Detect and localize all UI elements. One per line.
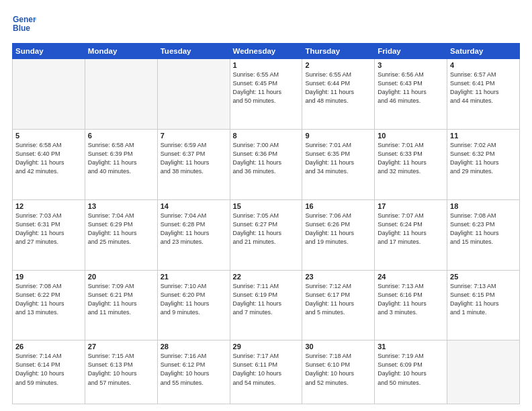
day-info: Sunrise: 6:55 AM Sunset: 6:45 PM Dayligh… bbox=[233, 71, 300, 105]
day-info: Sunrise: 7:02 AM Sunset: 6:32 PM Dayligh… bbox=[450, 141, 517, 176]
day-number: 12 bbox=[15, 202, 82, 210]
calendar-cell: 9Sunrise: 7:01 AM Sunset: 6:35 PM Daylig… bbox=[302, 129, 375, 199]
calendar-cell: 27Sunrise: 7:15 AM Sunset: 6:13 PM Dayli… bbox=[85, 340, 157, 404]
day-info: Sunrise: 6:55 AM Sunset: 6:44 PM Dayligh… bbox=[305, 71, 371, 105]
weekday-header: Saturday bbox=[447, 44, 520, 59]
day-info: Sunrise: 7:07 AM Sunset: 6:24 PM Dayligh… bbox=[378, 212, 444, 246]
calendar-cell: 6Sunrise: 6:58 AM Sunset: 6:39 PM Daylig… bbox=[85, 129, 157, 199]
day-info: Sunrise: 7:13 AM Sunset: 6:16 PM Dayligh… bbox=[378, 282, 444, 317]
day-info: Sunrise: 7:08 AM Sunset: 6:22 PM Dayligh… bbox=[15, 282, 82, 317]
day-number: 3 bbox=[378, 61, 444, 69]
day-info: Sunrise: 7:13 AM Sunset: 6:15 PM Dayligh… bbox=[450, 282, 517, 317]
calendar-cell: 20Sunrise: 7:09 AM Sunset: 6:21 PM Dayli… bbox=[85, 270, 157, 340]
day-info: Sunrise: 7:16 AM Sunset: 6:12 PM Dayligh… bbox=[161, 352, 227, 387]
weekday-header: Sunday bbox=[13, 44, 85, 59]
calendar-cell: 21Sunrise: 7:10 AM Sunset: 6:20 PM Dayli… bbox=[157, 270, 230, 340]
logo: General Blue bbox=[12, 12, 36, 36]
calendar-cell: 2Sunrise: 6:55 AM Sunset: 6:44 PM Daylig… bbox=[302, 59, 375, 130]
day-info: Sunrise: 6:57 AM Sunset: 6:41 PM Dayligh… bbox=[450, 71, 517, 105]
calendar-cell: 29Sunrise: 7:17 AM Sunset: 6:11 PM Dayli… bbox=[230, 340, 302, 404]
day-info: Sunrise: 7:05 AM Sunset: 6:27 PM Dayligh… bbox=[233, 212, 300, 246]
day-info: Sunrise: 7:01 AM Sunset: 6:35 PM Dayligh… bbox=[305, 141, 371, 176]
calendar-cell: 15Sunrise: 7:05 AM Sunset: 6:27 PM Dayli… bbox=[230, 199, 302, 270]
calendar-cell: 16Sunrise: 7:06 AM Sunset: 6:26 PM Dayli… bbox=[302, 199, 375, 270]
day-number: 9 bbox=[305, 132, 371, 140]
day-number: 8 bbox=[233, 132, 300, 140]
svg-text:General: General bbox=[13, 15, 36, 24]
weekday-header: Tuesday bbox=[157, 44, 230, 59]
day-info: Sunrise: 6:58 AM Sunset: 6:40 PM Dayligh… bbox=[15, 141, 82, 176]
weekday-header: Thursday bbox=[302, 44, 375, 59]
calendar-cell: 22Sunrise: 7:11 AM Sunset: 6:19 PM Dayli… bbox=[230, 270, 302, 340]
day-number: 30 bbox=[305, 342, 371, 351]
calendar-cell: 5Sunrise: 6:58 AM Sunset: 6:40 PM Daylig… bbox=[13, 129, 85, 199]
calendar-cell: 10Sunrise: 7:01 AM Sunset: 6:33 PM Dayli… bbox=[375, 129, 447, 199]
calendar-cell: 4Sunrise: 6:57 AM Sunset: 6:41 PM Daylig… bbox=[447, 59, 520, 130]
day-number: 21 bbox=[161, 273, 227, 281]
day-number: 17 bbox=[378, 202, 444, 210]
day-number: 1 bbox=[233, 61, 300, 69]
calendar-cell: 28Sunrise: 7:16 AM Sunset: 6:12 PM Dayli… bbox=[157, 340, 230, 404]
day-number: 25 bbox=[450, 273, 517, 281]
day-info: Sunrise: 7:00 AM Sunset: 6:36 PM Dayligh… bbox=[233, 141, 300, 176]
day-info: Sunrise: 7:10 AM Sunset: 6:20 PM Dayligh… bbox=[161, 282, 227, 317]
page: General Blue SundayMondayTuesdayWednesda… bbox=[0, 0, 532, 411]
day-number: 4 bbox=[450, 61, 517, 69]
day-number: 28 bbox=[161, 342, 227, 351]
calendar-cell: 25Sunrise: 7:13 AM Sunset: 6:15 PM Dayli… bbox=[447, 270, 520, 340]
calendar-cell: 17Sunrise: 7:07 AM Sunset: 6:24 PM Dayli… bbox=[375, 199, 447, 270]
calendar-cell: 1Sunrise: 6:55 AM Sunset: 6:45 PM Daylig… bbox=[230, 59, 302, 130]
day-number: 24 bbox=[378, 273, 444, 281]
svg-text:Blue: Blue bbox=[13, 24, 30, 33]
day-number: 2 bbox=[305, 61, 371, 69]
calendar-cell: 13Sunrise: 7:04 AM Sunset: 6:29 PM Dayli… bbox=[85, 199, 157, 270]
day-number: 20 bbox=[88, 273, 154, 281]
weekday-header: Wednesday bbox=[230, 44, 302, 59]
calendar-cell: 23Sunrise: 7:12 AM Sunset: 6:17 PM Dayli… bbox=[302, 270, 375, 340]
day-number: 18 bbox=[450, 202, 517, 210]
header: General Blue bbox=[12, 12, 520, 36]
day-number: 23 bbox=[305, 273, 371, 281]
day-number: 15 bbox=[233, 202, 300, 210]
day-info: Sunrise: 7:04 AM Sunset: 6:28 PM Dayligh… bbox=[161, 212, 227, 246]
day-info: Sunrise: 7:01 AM Sunset: 6:33 PM Dayligh… bbox=[378, 141, 444, 176]
calendar-cell: 19Sunrise: 7:08 AM Sunset: 6:22 PM Dayli… bbox=[13, 270, 85, 340]
day-number: 31 bbox=[378, 342, 444, 351]
day-number: 6 bbox=[88, 132, 154, 140]
day-number: 10 bbox=[378, 132, 444, 140]
calendar-cell bbox=[157, 59, 230, 130]
day-number: 5 bbox=[15, 132, 82, 140]
calendar-cell bbox=[85, 59, 157, 130]
weekday-header: Monday bbox=[85, 44, 157, 59]
day-number: 14 bbox=[161, 202, 227, 210]
calendar-cell: 3Sunrise: 6:56 AM Sunset: 6:43 PM Daylig… bbox=[375, 59, 447, 130]
day-info: Sunrise: 7:14 AM Sunset: 6:14 PM Dayligh… bbox=[15, 352, 82, 387]
calendar-cell: 30Sunrise: 7:18 AM Sunset: 6:10 PM Dayli… bbox=[302, 340, 375, 404]
day-info: Sunrise: 7:12 AM Sunset: 6:17 PM Dayligh… bbox=[305, 282, 371, 317]
day-info: Sunrise: 7:03 AM Sunset: 6:31 PM Dayligh… bbox=[15, 212, 82, 246]
day-number: 26 bbox=[15, 342, 82, 351]
day-info: Sunrise: 7:17 AM Sunset: 6:11 PM Dayligh… bbox=[233, 352, 300, 387]
day-number: 19 bbox=[15, 273, 82, 281]
day-info: Sunrise: 7:15 AM Sunset: 6:13 PM Dayligh… bbox=[88, 352, 154, 387]
day-info: Sunrise: 6:58 AM Sunset: 6:39 PM Dayligh… bbox=[88, 141, 154, 176]
calendar-cell: 7Sunrise: 6:59 AM Sunset: 6:37 PM Daylig… bbox=[157, 129, 230, 199]
logo-icon: General Blue bbox=[12, 12, 36, 36]
day-number: 7 bbox=[161, 132, 227, 140]
day-info: Sunrise: 7:06 AM Sunset: 6:26 PM Dayligh… bbox=[305, 212, 371, 246]
day-info: Sunrise: 6:59 AM Sunset: 6:37 PM Dayligh… bbox=[161, 141, 227, 176]
day-number: 16 bbox=[305, 202, 371, 210]
calendar-cell: 12Sunrise: 7:03 AM Sunset: 6:31 PM Dayli… bbox=[13, 199, 85, 270]
day-number: 22 bbox=[233, 273, 300, 281]
calendar-table: SundayMondayTuesdayWednesdayThursdayFrid… bbox=[12, 43, 520, 404]
day-info: Sunrise: 7:18 AM Sunset: 6:10 PM Dayligh… bbox=[305, 352, 371, 387]
day-info: Sunrise: 7:04 AM Sunset: 6:29 PM Dayligh… bbox=[88, 212, 154, 246]
calendar-cell bbox=[447, 340, 520, 404]
day-info: Sunrise: 7:08 AM Sunset: 6:23 PM Dayligh… bbox=[450, 212, 517, 246]
calendar-cell: 26Sunrise: 7:14 AM Sunset: 6:14 PM Dayli… bbox=[13, 340, 85, 404]
day-info: Sunrise: 6:56 AM Sunset: 6:43 PM Dayligh… bbox=[378, 71, 444, 105]
day-number: 27 bbox=[88, 342, 154, 351]
calendar-cell bbox=[13, 59, 85, 130]
day-info: Sunrise: 7:11 AM Sunset: 6:19 PM Dayligh… bbox=[233, 282, 300, 317]
calendar-cell: 14Sunrise: 7:04 AM Sunset: 6:28 PM Dayli… bbox=[157, 199, 230, 270]
